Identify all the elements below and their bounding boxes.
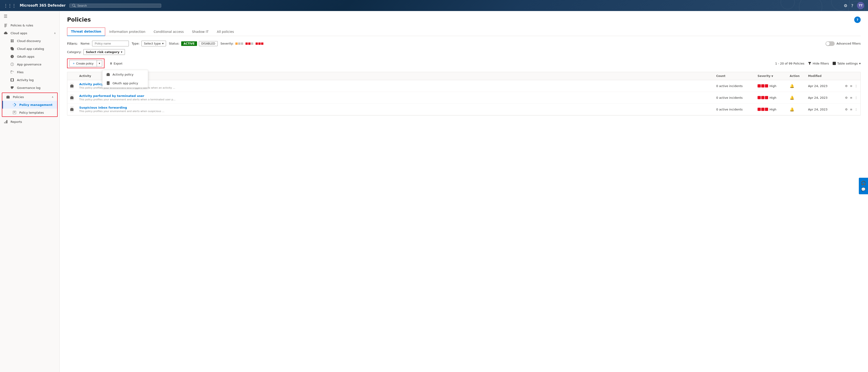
reports-icon [4,120,8,124]
row-actions-cell: ⚙ ≡ ⋮ [842,104,861,115]
type-filter-label: Type: [131,42,140,45]
dropdown-item-oauth-app-policy[interactable]: OAuth app policy [102,79,148,88]
row-actions-cell: ⚙ ≡ ⋮ [842,92,861,103]
list-action-button[interactable]: ≡ [849,94,852,101]
hide-filters-button[interactable]: Hide filters [808,62,829,65]
tab-shadow-it[interactable]: Shadow IT [188,28,213,36]
toggle-switch[interactable] [826,41,835,46]
create-policy-arrow-button[interactable]: ▾ [97,60,102,67]
list-action-button[interactable]: ≡ [849,83,852,89]
sidebar-hamburger[interactable]: ☰ [0,11,60,21]
th-action[interactable]: Action [787,72,805,80]
sev-block-3 [765,96,768,99]
sidebar-item-label: Policy templates [19,111,44,114]
modified-date: Apr 24, 2023 [808,84,828,88]
sidebar-item-policies[interactable]: Policies ∧ [2,93,57,101]
modified-date: Apr 24, 2023 [808,96,828,99]
search-input[interactable] [78,4,158,7]
more-action-button[interactable]: ⋮ [855,106,858,113]
help-icon[interactable]: ? [851,3,853,8]
sidebar-item-cloud-app-catalog[interactable]: Cloud app catalog [0,45,60,53]
row-action-buttons: ⚙ ≡ ⋮ [845,94,858,101]
severity-cell: High [757,108,784,111]
type-filter-select[interactable]: Select type ▾ [142,41,166,46]
layout: ☰ Policies & rules Cloud apps ∧ Cloud di… [0,11,868,372]
sidebar-item-label: Governance log [17,86,40,90]
policy-name-link[interactable]: Suspicious inbox forwarding [79,106,711,109]
status-disabled-button[interactable]: DISABLED [199,41,218,46]
templates-icon [12,111,17,115]
type-filter[interactable]: Type: Select type ▾ [131,41,166,46]
table-settings-button[interactable]: Table settings ▾ [833,62,861,65]
sidebar-item-cloud-discovery[interactable]: Cloud discovery [0,37,60,45]
chat-icon: 💬 [861,187,866,191]
settings-action-button[interactable]: ⚙ [845,94,848,101]
page-header: Policies ? [67,17,861,23]
export-button[interactable]: ⬇ Export [106,60,126,67]
sidebar-item-policies-rules[interactable]: Policies & rules [0,21,60,29]
severity-medium[interactable] [246,42,253,45]
settings-action-button[interactable]: ⚙ [845,83,848,89]
create-policy-button[interactable]: + Create policy [69,60,97,67]
more-action-button[interactable]: ⋮ [855,83,858,89]
help-button[interactable]: ? [854,17,861,23]
settings-icon[interactable]: ⚙ [844,3,847,8]
policy-name-link[interactable]: Activity performed by terminated user [79,94,711,98]
policy-row-icon [70,106,74,113]
row-name-cell: Activity performed by terminated user Th… [76,92,713,103]
name-filter-label: Name: [81,42,91,45]
sidebar-item-reports[interactable]: Reports [0,118,60,126]
sidebar-item-label: App governance [17,63,41,66]
category-filter-label: Category: [67,50,82,54]
tab-information-protection[interactable]: Information protection [105,28,150,36]
category-filter[interactable]: Category: Select risk category ▾ [67,49,125,55]
tab-all-policies[interactable]: All policies [213,28,238,36]
export-icon: ⬇ [110,62,112,65]
severity-low[interactable] [236,42,243,45]
th-activity[interactable]: Activity [76,72,713,80]
avatar[interactable]: TT [857,2,864,9]
tab-threat-detection[interactable]: Threat detection [67,28,105,36]
search-bar[interactable] [69,4,161,7]
sidebar-item-oauth-apps[interactable]: OAuth apps [0,53,60,60]
sidebar-item-governance-log[interactable]: Governance log [0,84,60,92]
row-icon-cell [67,92,76,103]
sidebar-item-policy-management[interactable]: Policy management [2,101,57,108]
apps-menu-icon[interactable]: ⋮⋮⋮ [4,3,16,8]
th-modified[interactable]: Modified [805,72,842,80]
severity-high[interactable] [255,42,264,45]
row-icon-cell [67,81,76,91]
sidebar-item-files[interactable]: Files [0,68,60,76]
row-modified-cell: Apr 24, 2023 [805,82,842,90]
th-severity[interactable]: Severity ▼ [755,72,787,80]
advanced-filters-toggle[interactable]: Advanced filters [826,41,861,46]
mgmt-icon [12,103,17,107]
sidebar-item-cloud-apps[interactable]: Cloud apps ∧ [0,29,60,37]
filters-label: Filters: [67,42,78,45]
policy-description: This policy profiles your environment an… [79,98,711,101]
sidebar-item-label: Cloud app catalog [17,47,44,51]
sidebar-item-activity-log[interactable]: Activity log [0,76,60,84]
chevron-down-icon: ▾ [162,42,164,45]
list-action-button[interactable]: ≡ [849,106,852,113]
more-action-button[interactable]: ⋮ [855,94,858,101]
dropdown-item-activity-policy[interactable]: Activity policy [102,70,148,79]
category-filter-select[interactable]: Select risk category ▾ [83,49,125,55]
support-chat-button[interactable]: 🎧 💬 [859,178,868,194]
sidebar-item-policy-templates[interactable]: Policy templates [2,108,57,117]
severity-filter-label: Severity: [220,42,234,45]
policies-table: Activity Count Severity ▼ Action Modifie… [67,72,861,116]
row-severity-cell: High [755,82,787,90]
severity-blocks [757,84,768,88]
th-count[interactable]: Count [713,72,755,80]
sidebar-item-app-governance[interactable]: App governance [0,60,60,68]
table-settings-icon [833,62,836,65]
tab-conditional-access[interactable]: Conditional access [150,28,188,36]
svg-rect-3 [4,27,6,27]
policy-name-link[interactable]: Activity policy [79,83,711,86]
settings-action-button[interactable]: ⚙ [845,106,848,113]
name-filter-input[interactable] [92,41,129,46]
severity-blocks [757,108,768,111]
status-active-button[interactable]: ACTIVE [181,41,197,46]
severity-icons[interactable] [236,42,264,45]
